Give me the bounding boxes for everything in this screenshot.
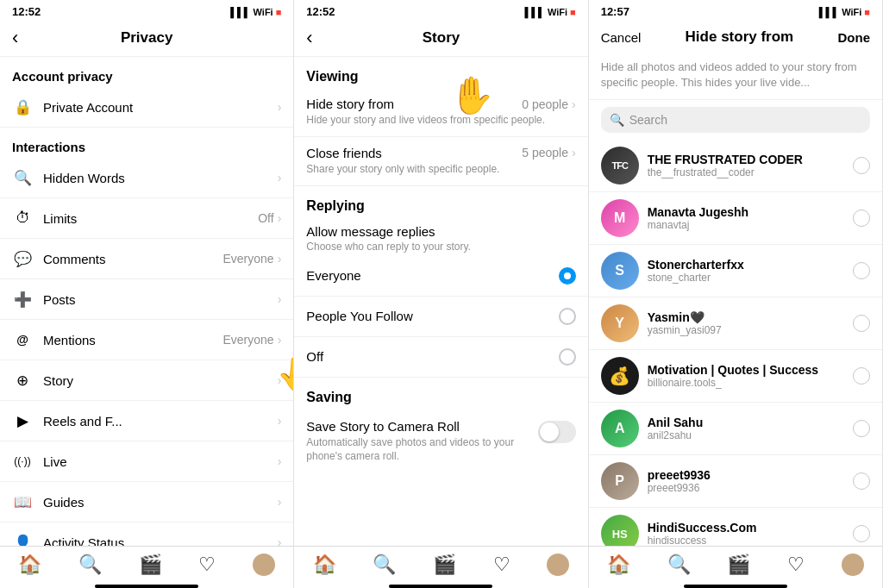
select-radio[interactable] — [853, 315, 870, 332]
done-button[interactable]: Done — [837, 30, 870, 45]
menu-item-comments[interactable]: 💬 Comments Everyone › — [0, 239, 293, 279]
menu-item-limits[interactable]: ⏱ Limits Off › — [0, 198, 293, 239]
person-info: Anil Sahu anil2sahu — [648, 416, 853, 441]
limits-icon: ⏱ — [12, 208, 33, 228]
list-item[interactable]: P preeet9936 preeet9936 — [589, 455, 882, 508]
status-icons-2: ▌▌▌ WiFi ■ — [524, 7, 575, 17]
person-handle: stone_charter — [648, 272, 853, 284]
menu-item-guides[interactable]: 📖 Guides › — [0, 482, 293, 522]
status-bar-2: 12:52 ▌▌▌ WiFi ■ — [294, 0, 587, 22]
chevron-icon: › — [278, 171, 282, 185]
menu-item-posts[interactable]: ➕ Posts › — [0, 279, 293, 320]
reply-option-everyone[interactable]: Everyone — [294, 256, 587, 297]
save-camera-roll-toggle[interactable] — [538, 421, 576, 443]
reply-option-people-follow[interactable]: People You Follow — [294, 297, 587, 337]
nav-search-1[interactable]: 🔍 — [78, 554, 102, 576]
chevron-icon: › — [278, 495, 282, 509]
list-item[interactable]: TFC THE FRUSTRATED CODER the__frustrated… — [589, 140, 882, 192]
select-radio[interactable] — [853, 420, 870, 437]
nav-likes-1[interactable]: ♡ — [198, 554, 216, 576]
signal-icon-2: ▌▌▌ — [524, 7, 544, 17]
person-info: preeet9936 preeet9936 — [648, 468, 853, 494]
hidden-words-label: Hidden Words — [43, 171, 278, 185]
story-item-hide-from[interactable]: Hide story from 0 people › Hide your sto… — [294, 88, 587, 137]
radio-off[interactable] — [559, 348, 576, 366]
save-camera-roll-title: Save Story to Camera Roll — [306, 419, 527, 434]
list-item[interactable]: M Manavta Jugeshh manavtaj — [589, 192, 882, 245]
radio-people-follow[interactable] — [559, 308, 576, 325]
comments-value: Everyone — [223, 252, 274, 266]
hide-from-desc: Hide your story and live videos from spe… — [306, 113, 575, 128]
allow-replies-container: Allow message replies Choose who can rep… — [294, 217, 587, 256]
panel-hide-story: 12:57 ▌▌▌ WiFi ■ 🤚 Cancel Hide story fro… — [589, 0, 883, 588]
select-radio[interactable] — [853, 157, 870, 174]
menu-item-hidden-words[interactable]: 🔍 Hidden Words › — [0, 158, 293, 198]
person-name: THE FRUSTRATED CODER — [648, 153, 853, 166]
nav-profile-2[interactable] — [547, 554, 569, 576]
nav-reels-3[interactable]: 🎬 — [727, 554, 750, 576]
back-button-privacy[interactable]: ‹ — [12, 27, 18, 49]
nav-likes-2[interactable]: ♡ — [493, 554, 510, 576]
select-radio[interactable] — [853, 525, 870, 542]
cancel-button[interactable]: Cancel — [601, 30, 642, 45]
panel-story: 12:52 ▌▌▌ WiFi ■ ‹ Story 🤚 Viewing Hide … — [294, 0, 588, 588]
search-icon-char: 🔍 — [610, 113, 624, 127]
reply-option-off[interactable]: Off — [294, 337, 587, 378]
search-bar[interactable]: 🔍 Search — [601, 107, 870, 133]
list-item[interactable]: A Anil Sahu anil2sahu — [589, 403, 882, 455]
select-radio[interactable] — [853, 472, 870, 490]
signal-icon-3: ▌▌▌ — [819, 7, 839, 17]
wifi-icon-3: WiFi — [842, 7, 861, 17]
select-radio[interactable] — [853, 210, 870, 227]
list-item[interactable]: Y Yasmin🖤 yasmin_yasi097 — [589, 297, 882, 350]
close-friends-value: 5 people — [522, 146, 568, 160]
time-1: 12:52 — [12, 5, 41, 18]
select-radio[interactable] — [853, 262, 870, 279]
hide-from-value: 0 people — [522, 97, 568, 111]
story-item-close-friends[interactable]: Close friends 5 people › Share your stor… — [294, 137, 587, 186]
person-handle: yasmin_yasi097 — [648, 324, 853, 336]
menu-item-activity-status[interactable]: 👤 Activity Status › — [0, 522, 293, 546]
list-item[interactable]: HS HindiSuccess.Com hindisuccess — [589, 508, 882, 546]
nav-search-2[interactable]: 🔍 — [373, 554, 396, 576]
list-item[interactable]: S Stonercharterfxx stone_charter — [589, 245, 882, 297]
nav-search-3[interactable]: 🔍 — [667, 554, 691, 576]
nav-profile-3[interactable] — [842, 554, 864, 576]
menu-item-mentions[interactable]: @ Mentions Everyone › — [0, 320, 293, 360]
person-handle: anil2sahu — [648, 429, 853, 441]
nav-likes-3[interactable]: ♡ — [787, 554, 805, 576]
battery-icon-1: ■ — [276, 7, 282, 17]
menu-item-live[interactable]: ((·)) Live › — [0, 441, 293, 482]
saving-header: Saving — [294, 378, 587, 409]
reels-label: Reels and F... — [43, 414, 278, 428]
section-account-privacy: Account privacy — [0, 57, 293, 87]
menu-item-private-account[interactable]: 🔒 Private Account › — [0, 87, 293, 128]
radio-everyone[interactable] — [559, 267, 576, 285]
avatar: M — [601, 199, 639, 237]
nav-profile-1[interactable] — [253, 554, 275, 576]
nav-home-3[interactable]: 🏠 — [607, 554, 630, 576]
nav-reels-2[interactable]: 🎬 — [433, 554, 456, 576]
menu-item-reels[interactable]: ▶ Reels and F... › — [0, 401, 293, 441]
menu-item-story[interactable]: ⊕ Story › 🤚 — [0, 360, 293, 401]
nav-reels-1[interactable]: 🎬 — [139, 554, 162, 576]
avatar: TFC — [601, 147, 639, 185]
select-radio[interactable] — [853, 367, 870, 385]
story-content: Viewing Hide story from 0 people › Hide … — [294, 57, 587, 546]
page-title-privacy: Privacy — [121, 29, 173, 47]
chevron-icon: › — [278, 211, 282, 225]
list-item[interactable]: 💰 Motivation | Quotes | Success billiona… — [589, 350, 882, 403]
person-info: THE FRUSTRATED CODER the__frustrated__co… — [648, 153, 853, 178]
chevron-icon: › — [278, 414, 282, 428]
mentions-label: Mentions — [43, 333, 223, 347]
avatar: Y — [601, 304, 639, 342]
person-info: Stonercharterfxx stone_charter — [648, 258, 853, 284]
nav-home-2[interactable]: 🏠 — [313, 554, 336, 576]
reels-icon: ▶ — [12, 410, 33, 431]
nav-home-1[interactable]: 🏠 — [18, 554, 41, 576]
back-button-story[interactable]: ‹ — [306, 27, 312, 49]
story-label: Story — [43, 373, 278, 388]
chevron-icon: › — [572, 146, 576, 160]
guides-icon: 📖 — [12, 491, 33, 512]
battery-icon-2: ■ — [570, 7, 576, 17]
